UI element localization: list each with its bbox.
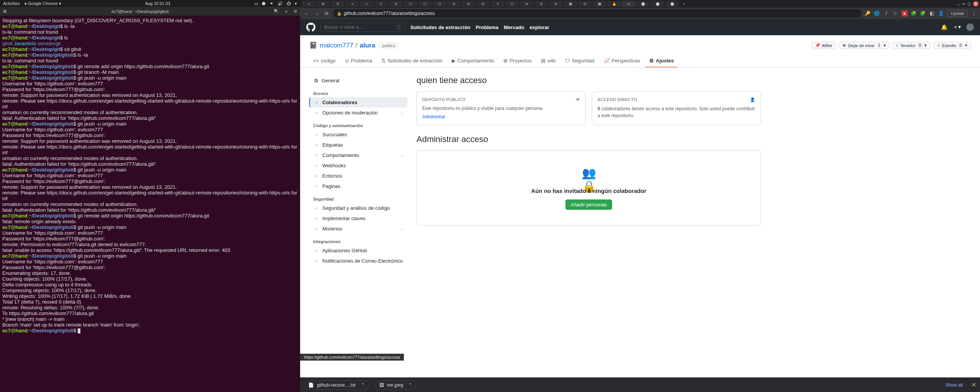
sidebar-item[interactable]: ◦Aplicaciones GitHub xyxy=(309,245,407,256)
browser-tab[interactable]: A xyxy=(622,1,635,7)
download-item[interactable]: 📄github-recove….txt⌃ xyxy=(304,381,369,390)
browser-tab[interactable]: ⬤ xyxy=(651,1,665,7)
repo-tab[interactable]: ⊙Problema xyxy=(341,55,376,67)
manage-link[interactable]: Administrar xyxy=(422,114,446,119)
browser-tab[interactable]: ＋ xyxy=(302,1,315,7)
tray-icon[interactable]: ⬢ xyxy=(262,1,266,6)
browser-tab[interactable]: ⬤ xyxy=(636,1,650,7)
browser-tab[interactable]: ⊙ xyxy=(476,1,490,7)
pin-button[interactable]: 📌 Alfiler xyxy=(812,42,836,49)
profile-avatar[interactable]: 👤 xyxy=(938,10,944,16)
browser-tab[interactable]: G xyxy=(578,1,592,7)
gh-nav-link[interactable]: explorar xyxy=(530,24,549,30)
gnome-clock[interactable]: Aug 10 01:33 xyxy=(61,1,254,6)
repo-owner-link[interactable]: malcom777 xyxy=(320,42,353,49)
sidebar-item[interactable]: ◦Implementar claves xyxy=(309,213,407,224)
repo-name-link[interactable]: alura xyxy=(360,42,376,49)
tab-dropdown-icon[interactable]: ⌄ xyxy=(957,2,960,7)
sidebar-item[interactable]: ◦Seguridad y análisis de código xyxy=(309,203,407,213)
browser-tab[interactable]: ⬡ xyxy=(433,1,446,7)
watch-button[interactable]: 👁 Dejar de mirar1 ▾ xyxy=(839,42,889,49)
sidebar-item[interactable]: ◦Misterios⌄ xyxy=(309,224,407,234)
activities-button[interactable]: Activities xyxy=(3,1,20,6)
browser-tab[interactable]: D xyxy=(447,1,461,7)
network-icon[interactable]: ⏷ xyxy=(270,1,274,6)
github-search[interactable]: / xyxy=(321,23,405,32)
window-close[interactable]: ✕ xyxy=(973,1,978,7)
power-icon[interactable]: ⏻ xyxy=(287,1,291,6)
browser-tab[interactable]: ⬡ xyxy=(505,1,519,7)
gh-nav-link[interactable]: Problema xyxy=(476,24,498,30)
gnome-tray[interactable]: ▭ ⬢ ⏷ 🔊 ⏻ ▾ xyxy=(254,1,297,6)
browser-tab[interactable]: ⬡ xyxy=(418,1,432,7)
chrome-menu-icon[interactable]: ⋮ xyxy=(971,10,977,16)
repo-tab[interactable]: 🛡Seguridad xyxy=(561,55,598,67)
bookmark-icon[interactable]: ☆ xyxy=(892,10,898,16)
extension-icon[interactable]: 🧩 xyxy=(911,10,917,16)
browser-tab[interactable]: N xyxy=(520,1,534,7)
browser-tab[interactable]: ⬡ xyxy=(403,1,417,7)
update-button[interactable]: Update xyxy=(947,10,968,17)
sidebar-item[interactable]: ◦Colaboradores xyxy=(309,97,407,108)
download-item[interactable]: 🖼me.jpeg⌃ xyxy=(375,381,417,390)
sidebar-item[interactable]: ◦Entornos xyxy=(309,171,407,181)
star-button[interactable]: ☆ Estrella0 ▾ xyxy=(933,42,971,49)
sidebar-item-general[interactable]: ⚙ General xyxy=(309,75,407,86)
active-app[interactable]: ● Google Chrome ▾ xyxy=(24,1,61,6)
share-icon[interactable]: ⤴ xyxy=(883,10,889,16)
repo-tab[interactable]: ▤wiki xyxy=(537,55,560,67)
notifications-icon[interactable]: 🔔 xyxy=(941,24,947,30)
show-all-button[interactable]: Show all xyxy=(946,382,963,388)
add-people-button[interactable]: Añadir personas xyxy=(565,199,612,210)
repo-tab[interactable]: 📈Perspectivas xyxy=(600,55,644,67)
github-search-input[interactable] xyxy=(324,24,397,30)
repo-tab[interactable]: ⇅Solicitudes de extracción xyxy=(377,55,446,67)
gh-nav-link[interactable]: Solicitudes de extracción xyxy=(410,24,470,30)
browser-tab[interactable]: S xyxy=(389,1,403,7)
browser-tab[interactable]: 🔥 xyxy=(607,1,621,7)
browser-tab[interactable]: ▦ xyxy=(564,1,577,7)
menu-icon[interactable]: ≡ xyxy=(282,9,291,14)
browser-tab[interactable]: S xyxy=(331,1,345,7)
window-minimize[interactable]: ━ xyxy=(962,2,965,7)
translate-icon[interactable]: 🌐 xyxy=(874,10,880,16)
extension-icon[interactable]: ● xyxy=(902,10,908,16)
browser-tab[interactable]: ＋ xyxy=(360,1,374,7)
close-shelf-icon[interactable]: ✕ xyxy=(971,381,976,389)
browser-tab[interactable]: S xyxy=(534,1,548,7)
repo-tab[interactable]: ▶Comportamiento xyxy=(448,55,498,67)
window-maximize[interactable]: ◻ xyxy=(967,2,971,7)
browser-tab[interactable]: Y xyxy=(491,1,505,7)
sidebar-item[interactable]: ◦Notificaciónes de Correo Electrónico xyxy=(309,256,407,266)
forward-button[interactable]: → xyxy=(313,11,320,16)
browser-tab[interactable]: G xyxy=(462,1,475,7)
back-button[interactable]: ← xyxy=(303,11,310,16)
address-bar[interactable]: 🔒 github.com/evilcom777/alura/settings/a… xyxy=(333,9,862,18)
search-icon[interactable]: 🔍 xyxy=(271,9,282,14)
key-icon[interactable]: 🔑 xyxy=(865,10,871,16)
browser-tab[interactable]: in xyxy=(549,1,563,7)
github-logo-icon[interactable] xyxy=(306,23,315,32)
terminal-content[interactable]: Stopping at filesystem boundary (GIT_DIS… xyxy=(0,16,300,392)
browser-tab[interactable]: M xyxy=(316,1,330,7)
tray-icon[interactable]: ▭ xyxy=(254,1,258,6)
browser-tab[interactable]: ⬤ xyxy=(665,1,679,7)
dropdown-icon[interactable]: ▾ xyxy=(295,1,297,6)
repo-tab[interactable]: ⊞Proyectos xyxy=(500,55,536,67)
gh-nav-link[interactable]: Mercado xyxy=(504,24,524,30)
volume-icon[interactable]: 🔊 xyxy=(278,1,283,6)
repo-tab[interactable]: ⚙Ajustes xyxy=(645,55,678,67)
repo-tab[interactable]: <>codigo xyxy=(309,55,340,67)
user-avatar[interactable] xyxy=(966,23,974,31)
extensions-button[interactable]: 🧩 xyxy=(920,10,926,16)
new-tab-button[interactable]: ＋ xyxy=(680,1,688,7)
browser-tab[interactable]: ▦ xyxy=(593,1,606,7)
sidebar-item[interactable]: ◦Webhooks xyxy=(309,160,407,171)
sidebar-item[interactable]: ◦Comportamiento⌄ xyxy=(309,150,407,160)
sidebar-item[interactable]: ◦Etiquetas xyxy=(309,140,407,150)
sidebar-item[interactable]: ◦Paginas xyxy=(309,181,407,191)
create-dropdown-icon[interactable]: ＋▾ xyxy=(953,24,961,31)
sidepanel-icon[interactable]: ◧ xyxy=(929,10,935,16)
browser-tab[interactable]: F xyxy=(374,1,388,7)
reload-button[interactable]: ⟳ xyxy=(323,11,330,16)
